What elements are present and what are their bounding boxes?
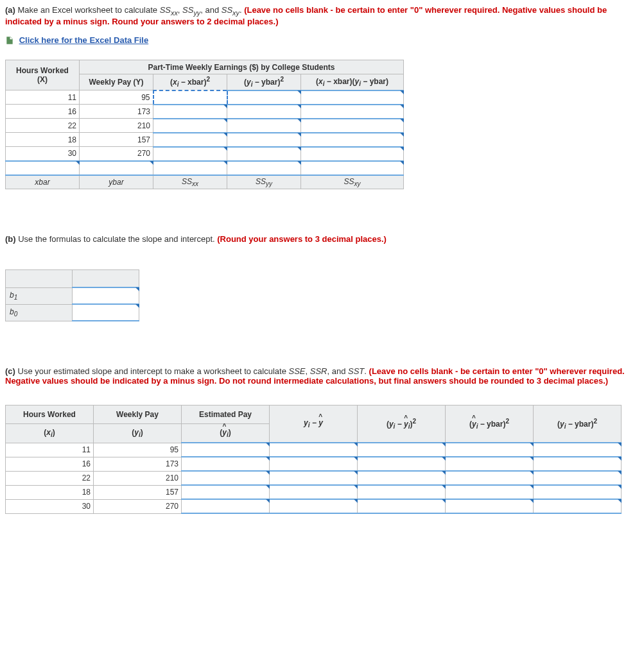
th-weekly-pay: Weekly Pay (Y) [80, 74, 153, 90]
in-c-yhat-2[interactable] [182, 471, 270, 485]
in-c-yhat-1[interactable] [182, 457, 270, 471]
input-ssxy-2[interactable] [301, 119, 404, 133]
input-b1[interactable] [73, 287, 139, 304]
input-ssyy-3[interactable] [227, 133, 301, 147]
table-row: 16 173 [6, 105, 404, 119]
excel-file-icon [5, 35, 14, 46]
th-c-resid: yi − y [270, 405, 358, 443]
th-xi-xbar-sq: (xi − xbar)2 [153, 74, 227, 90]
input-sum-y[interactable] [80, 161, 153, 175]
input-ssxx-0[interactable] [153, 90, 227, 105]
th-c-estpay: Estimated Pay [182, 405, 270, 424]
input-ssxx-1[interactable] [153, 105, 227, 119]
input-ssxy-3[interactable] [301, 133, 404, 147]
in-c-residsq-1[interactable] [358, 457, 446, 471]
input-ssyy-2[interactable] [227, 119, 301, 133]
table-row: 18 157 [6, 485, 622, 499]
input-ssxx-2[interactable] [153, 119, 227, 133]
input-ssyy-0[interactable] [227, 90, 301, 105]
table-a: Hours Worked(X) Part-Time Weekly Earning… [5, 60, 404, 189]
input-sum-yy[interactable] [227, 161, 301, 175]
th-c-yhat-ybar-sq: (yi − ybar)2 [446, 405, 534, 443]
in-c-resid-0[interactable] [270, 443, 358, 457]
in-c-yhat-0[interactable] [182, 443, 270, 457]
input-ssxx-4[interactable] [153, 147, 227, 161]
th-c-hours: Hours Worked [6, 405, 94, 424]
input-ssxy-1[interactable] [301, 105, 404, 119]
table-b: b1 b0 [5, 269, 139, 321]
lbl-b1: b1 [6, 287, 73, 304]
part-c-prompt: (c) Use your estimated slope and interce… [5, 366, 639, 386]
input-sum-xy[interactable] [301, 161, 404, 175]
part-a-label: (a) [5, 5, 15, 15]
cell-y: 95 [80, 90, 153, 105]
th-cross: (xi − xbar)(yi − ybar) [301, 74, 404, 90]
table-row: 22 210 [6, 471, 622, 485]
in-c-residsq-2[interactable] [358, 471, 446, 485]
lbl-ybar: ybar [80, 175, 153, 189]
input-b0[interactable] [73, 304, 139, 321]
in-c-sst-0[interactable] [534, 443, 622, 457]
in-c-yhat-4[interactable] [182, 499, 270, 513]
th-hours-worked: Hours Worked(X) [6, 60, 80, 90]
in-c-residsq-3[interactable] [358, 485, 446, 499]
table-row: 30 270 [6, 147, 404, 161]
in-c-sst-3[interactable] [534, 485, 622, 499]
tblB-blank2 [73, 270, 139, 288]
excel-link-row: Click here for the Excel Data File [5, 35, 639, 46]
in-c-ssr-4[interactable] [446, 499, 534, 513]
part-b-prompt: (b) Use the formulas to calculate the sl… [5, 234, 639, 244]
table-row: 11 95 [6, 90, 404, 105]
lbl-ssxx: SSxx [153, 175, 227, 189]
in-c-sst-1[interactable] [534, 457, 622, 471]
th-c-xi: (xi) [6, 424, 94, 443]
lbl-xbar: xbar [6, 175, 80, 189]
table-a-footer: xbar ybar SSxx SSyy SSxy [6, 175, 404, 189]
table-row: 22 210 [6, 119, 404, 133]
th-c-pay: Weekly Pay [94, 405, 182, 424]
input-ssyy-1[interactable] [227, 105, 301, 119]
in-c-ssr-2[interactable] [446, 471, 534, 485]
in-c-residsq-4[interactable] [358, 499, 446, 513]
in-c-resid-1[interactable] [270, 457, 358, 471]
part-b-warning: (Round your answers to 3 decimal places.… [217, 234, 387, 244]
in-c-residsq-0[interactable] [358, 443, 446, 457]
th-c-resid-sq: (yi − yi)2 [358, 405, 446, 443]
excel-data-file-link[interactable]: Click here for the Excel Data File [19, 35, 149, 45]
input-ssyy-4[interactable] [227, 147, 301, 161]
part-a-text: Make an Excel worksheet to calculate [18, 5, 160, 15]
th-c-yi: (yi) [94, 424, 182, 443]
input-ssxx-3[interactable] [153, 133, 227, 147]
cell-x: 11 [6, 90, 80, 105]
part-c-label: (c) [5, 366, 15, 376]
input-ssxy-0[interactable] [301, 90, 404, 105]
table-c: Hours Worked Weekly Pay Estimated Pay yi… [5, 405, 622, 514]
in-c-resid-4[interactable] [270, 499, 358, 513]
input-sum-x[interactable] [6, 161, 80, 175]
th-yi-ybar-sq: (yi − ybar)2 [227, 74, 301, 90]
part-c-text: Use your estimated slope and intercept t… [18, 366, 369, 376]
part-b-text: Use the formulas to calculate the slope … [18, 234, 217, 244]
in-c-sst-2[interactable] [534, 471, 622, 485]
in-c-sst-4[interactable] [534, 499, 622, 513]
table-row: b0 [6, 304, 139, 321]
lbl-ssyy: SSyy [227, 175, 301, 189]
in-c-ssr-3[interactable] [446, 485, 534, 499]
in-c-yhat-3[interactable] [182, 485, 270, 499]
tblB-blank1 [6, 270, 73, 288]
table-a-title: Part-Time Weekly Earnings ($) by College… [80, 60, 404, 74]
part-b-label: (b) [5, 234, 16, 244]
table-row: 18 157 [6, 133, 404, 147]
table-row-totals [6, 161, 404, 175]
lbl-ssxy: SSxy [301, 175, 404, 189]
in-c-resid-2[interactable] [270, 471, 358, 485]
table-row: 16 173 [6, 457, 622, 471]
in-c-ssr-1[interactable] [446, 457, 534, 471]
input-ssxy-4[interactable] [301, 147, 404, 161]
lbl-b0: b0 [6, 304, 73, 321]
part-a-prompt: (a) Make an Excel worksheet to calculate… [5, 5, 639, 26]
in-c-resid-3[interactable] [270, 485, 358, 499]
th-c-y-ybar-sq: (yi − ybar)2 [534, 405, 622, 443]
input-sum-xx[interactable] [153, 161, 227, 175]
in-c-ssr-0[interactable] [446, 443, 534, 457]
